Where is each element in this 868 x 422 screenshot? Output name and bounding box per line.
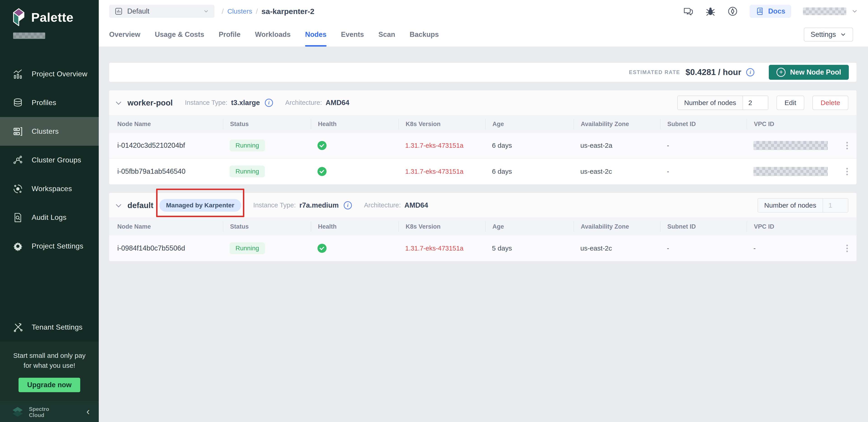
edit-button[interactable]: Edit bbox=[776, 96, 805, 110]
docs-button[interactable]: Docs bbox=[750, 5, 791, 18]
brand-name: Palette bbox=[31, 10, 73, 25]
tab-nodes[interactable]: Nodes bbox=[305, 23, 327, 46]
project-selector-dropdown[interactable]: Default bbox=[109, 5, 214, 18]
instance-type-info-icon[interactable]: i bbox=[344, 201, 352, 209]
sidebar-item-profiles[interactable]: Profiles bbox=[0, 88, 99, 117]
status-badge: Running bbox=[229, 166, 265, 177]
node-name: i-0984f14b0c7b5506d bbox=[117, 244, 185, 252]
sidebar-item-label: Profiles bbox=[32, 98, 56, 107]
tab-label: Nodes bbox=[305, 31, 327, 39]
tab-workloads[interactable]: Workloads bbox=[255, 23, 290, 46]
new-node-pool-button[interactable]: New Node Pool bbox=[769, 65, 849, 80]
k8s-version: 1.31.7-eks-473151a bbox=[405, 245, 464, 252]
subnet-id: - bbox=[667, 142, 669, 149]
palette-logo-icon bbox=[12, 8, 26, 27]
help-compass-icon[interactable] bbox=[727, 6, 738, 17]
column-header-k8s-version: K8s Version bbox=[398, 221, 485, 232]
collapse-chevron-icon[interactable] bbox=[116, 202, 121, 207]
column-header-health: Health bbox=[311, 221, 398, 232]
tab-usage-costs[interactable]: Usage & Costs bbox=[155, 23, 204, 46]
tab-label: Events bbox=[341, 31, 364, 39]
tab-label: Overview bbox=[109, 31, 140, 39]
row-actions-kebab-icon[interactable] bbox=[845, 166, 849, 177]
row-actions-kebab-icon[interactable] bbox=[845, 140, 849, 151]
tab-events[interactable]: Events bbox=[341, 23, 364, 46]
network-icon bbox=[13, 155, 23, 165]
tab-overview[interactable]: Overview bbox=[109, 23, 140, 46]
tab-profile[interactable]: Profile bbox=[219, 23, 241, 46]
sidebar-item-label: Audit Logs bbox=[32, 213, 66, 222]
pool-header: default Managed by Karpenter Instance Ty… bbox=[109, 193, 857, 218]
sidebar-item-cluster-groups[interactable]: Cluster Groups bbox=[0, 146, 99, 174]
chevron-down-icon bbox=[840, 31, 846, 38]
node-age: 5 days bbox=[492, 245, 512, 252]
row-actions-kebab-icon[interactable] bbox=[845, 243, 849, 254]
healthy-check-icon bbox=[317, 141, 327, 150]
tab-label: Backups bbox=[410, 31, 439, 39]
status-badge: Running bbox=[229, 140, 265, 151]
instance-type-meta: Instance Type: r7a.medium i bbox=[253, 201, 352, 209]
pool-header: worker-pool Instance Type: t3.xlarge i A… bbox=[109, 90, 857, 115]
breadcrumb-current-cluster: sa-karpenter-2 bbox=[261, 7, 314, 16]
subnet-id: - bbox=[667, 245, 669, 252]
availability-zone: us-east-2c bbox=[580, 168, 612, 175]
node-age: 6 days bbox=[492, 168, 512, 175]
nodes-content: ESTIMATED RATE $0.4281 / hour i New Node… bbox=[99, 46, 868, 422]
delete-button[interactable]: Delete bbox=[812, 96, 848, 110]
sidebar-item-label: Clusters bbox=[32, 127, 59, 135]
promo-text-line2: for what you use! bbox=[6, 361, 92, 370]
upgrade-promo: Start small and only pay for what you us… bbox=[0, 342, 99, 402]
sidebar-item-label: Project Overview bbox=[32, 70, 88, 78]
bug-report-icon[interactable] bbox=[705, 6, 716, 17]
sidebar-collapse-icon[interactable]: ‹ bbox=[86, 407, 90, 418]
sidebar-item-label: Workspaces bbox=[32, 185, 72, 193]
sidebar: Palette Project Overview Profiles Cluste… bbox=[0, 0, 99, 422]
chart-icon bbox=[13, 69, 23, 79]
node-pool-default: default Managed by Karpenter Instance Ty… bbox=[109, 193, 857, 261]
column-header-status: Status bbox=[223, 119, 311, 129]
user-account-menu[interactable] bbox=[803, 7, 858, 15]
column-header-node-name: Node Name bbox=[109, 221, 223, 232]
number-of-nodes-control: Number of nodes 2 bbox=[677, 96, 768, 110]
tab-label: Scan bbox=[378, 31, 395, 39]
tab-backups[interactable]: Backups bbox=[410, 23, 439, 46]
sidebar-item-workspaces[interactable]: Workspaces bbox=[0, 174, 99, 203]
spectro-cloud-wordmark: Spectro Cloud bbox=[29, 406, 49, 418]
chevron-down-icon bbox=[203, 8, 209, 14]
redacted-vpc-id bbox=[753, 141, 828, 150]
number-of-nodes-input[interactable]: 1 bbox=[823, 199, 848, 212]
redacted-tenant-name bbox=[13, 33, 45, 39]
table-header-row: Node NameStatusHealthK8s VersionAgeAvail… bbox=[109, 218, 857, 235]
feedback-chat-icon[interactable] bbox=[683, 6, 693, 17]
book-icon bbox=[755, 7, 765, 16]
sidebar-item-clusters[interactable]: Clusters bbox=[0, 117, 99, 146]
redacted-vpc-id bbox=[753, 167, 828, 176]
number-of-nodes-input[interactable]: 2 bbox=[743, 96, 768, 109]
tab-scan[interactable]: Scan bbox=[378, 23, 395, 46]
palette-brand: Palette bbox=[0, 0, 99, 27]
table-rows: i-0984f14b0c7b5506d Running 1.31.7-eks-4… bbox=[109, 235, 857, 261]
sidebar-item-project-overview[interactable]: Project Overview bbox=[0, 60, 99, 88]
k8s-version: 1.31.7-eks-473151a bbox=[405, 142, 464, 149]
column-header-age: Age bbox=[485, 221, 574, 232]
sidebar-item-tenant-settings[interactable]: Tenant Settings bbox=[0, 313, 99, 342]
node-age: 6 days bbox=[492, 142, 512, 149]
sidebar-item-audit-logs[interactable]: Audit Logs bbox=[0, 203, 99, 232]
instance-type-info-icon[interactable]: i bbox=[265, 99, 273, 107]
cluster-settings-button[interactable]: Settings bbox=[804, 28, 853, 41]
architecture-meta: Architecture: AMD64 bbox=[285, 99, 349, 107]
sidebar-item-label: Cluster Groups bbox=[32, 156, 81, 164]
breadcrumb-clusters-link[interactable]: Clusters bbox=[227, 7, 252, 15]
breadcrumb-separator: / bbox=[222, 7, 224, 15]
healthy-check-icon bbox=[317, 244, 327, 253]
table-header-row: Node NameStatusHealthK8s VersionAgeAvail… bbox=[109, 115, 857, 133]
pool-controls: Number of nodes 2 EditDelete bbox=[677, 96, 848, 110]
rate-info-icon[interactable]: i bbox=[746, 68, 754, 76]
collapse-chevron-icon[interactable] bbox=[116, 99, 121, 105]
chevron-down-icon bbox=[851, 8, 858, 15]
upgrade-now-button[interactable]: Upgrade now bbox=[19, 378, 80, 392]
sidebar-item-project-settings[interactable]: Project Settings bbox=[0, 232, 99, 260]
vpc-id: - bbox=[753, 245, 756, 252]
table-rows: i-01420c3d5210204bf Running 1.31.7-eks-4… bbox=[109, 133, 857, 184]
sidebar-bottom-nav: Tenant Settings bbox=[0, 313, 99, 342]
